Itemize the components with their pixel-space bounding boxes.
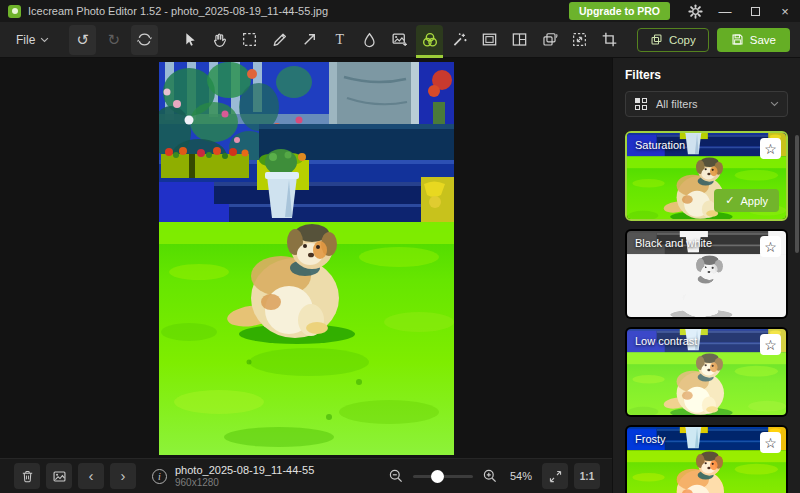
text-tool[interactable]: T (326, 25, 353, 55)
photo-canvas[interactable] (159, 62, 454, 455)
sidebar-scrollbar[interactable] (795, 135, 799, 253)
zoom-slider-handle[interactable] (431, 470, 444, 483)
filter-list: Saturation ☆ ✓Apply (625, 131, 788, 493)
marquee-icon (241, 31, 258, 48)
collage-icon (511, 31, 528, 48)
app-logo-icon (8, 5, 21, 18)
next-photo-button[interactable]: › (110, 463, 136, 489)
dropdown-value: All filters (656, 98, 698, 110)
redo-button[interactable]: ↻ (100, 25, 127, 55)
filters-heading: Filters (625, 68, 788, 82)
close-button[interactable]: × (770, 0, 800, 22)
maximize-button[interactable] (740, 0, 770, 22)
pencil-icon (271, 31, 288, 48)
upgrade-to-pro-button[interactable]: Upgrade to PRO (569, 2, 670, 20)
undo-button[interactable]: ↺ (69, 25, 96, 55)
pencil-tool[interactable] (266, 25, 293, 55)
image-add-icon (391, 31, 408, 48)
filter-card[interactable]: Black and white ☆ (625, 229, 788, 319)
window-title: Icecream Photo Editor 1.52 - photo_2025-… (28, 5, 328, 17)
arrow-icon (301, 31, 318, 48)
chevron-down-icon (40, 37, 49, 43)
hand-icon (211, 31, 228, 48)
previous-photo-button[interactable]: ‹ (78, 463, 104, 489)
all-filters-dropdown[interactable]: All filters (625, 91, 788, 117)
filters-icon (421, 31, 439, 49)
favorite-star-button[interactable]: ☆ (760, 432, 781, 453)
trash-icon (20, 469, 35, 484)
statusbar: ‹ › i photo_2025-08-19_11-44-55 960x1280 (0, 458, 612, 493)
crop-icon (601, 31, 618, 48)
arrow-tool[interactable] (296, 25, 323, 55)
filter-card[interactable]: Low contrast ☆ (625, 327, 788, 417)
apply-filter-button[interactable]: ✓Apply (714, 189, 779, 212)
actual-size-button[interactable]: 1:1 (574, 463, 600, 489)
resize-tool[interactable] (566, 25, 593, 55)
expand-icon (548, 469, 563, 484)
gallery-button[interactable] (46, 463, 72, 489)
save-button-label: Save (750, 34, 776, 46)
gallery-icon (52, 469, 67, 484)
select-tool[interactable] (176, 25, 203, 55)
marquee-select-tool[interactable] (236, 25, 263, 55)
current-filename: photo_2025-08-19_11-44-55 (175, 464, 314, 477)
chevron-down-icon (770, 101, 779, 107)
settings-gear-icon[interactable] (680, 0, 710, 22)
fit-to-screen-button[interactable] (542, 463, 568, 489)
zoom-slider[interactable] (413, 475, 473, 478)
maximize-icon (751, 7, 760, 16)
file-menu-label: File (16, 33, 35, 47)
insert-image-tool[interactable] (386, 25, 413, 55)
filter-name: Black and white (635, 237, 712, 249)
hand-tool[interactable] (206, 25, 233, 55)
canvas-area (0, 58, 612, 458)
blur-tool[interactable] (356, 25, 383, 55)
frame-icon (481, 31, 498, 48)
filters-panel: Filters All filters (612, 58, 800, 493)
image-dimensions: 960x1280 (175, 477, 314, 489)
redo-icon: ↻ (108, 32, 121, 47)
copy-icon (650, 33, 663, 46)
magic-wand-icon (451, 31, 468, 48)
zoom-level: 54% (510, 470, 532, 482)
rotate-button[interactable] (131, 25, 158, 55)
filter-name: Saturation (635, 139, 685, 151)
filters-tool[interactable] (416, 25, 443, 55)
duplicate-tool[interactable] (536, 25, 563, 55)
filter-name: Low contrast (635, 335, 697, 347)
file-menu[interactable]: File (10, 29, 55, 51)
chevron-left-icon: ‹ (89, 467, 94, 486)
zoom-out-button[interactable] (388, 468, 404, 484)
delete-photo-button[interactable] (14, 463, 40, 489)
collage-tool[interactable] (506, 25, 533, 55)
filter-card[interactable]: Saturation ☆ ✓Apply (625, 131, 788, 221)
save-button[interactable]: Save (717, 28, 790, 52)
frame-tool[interactable] (476, 25, 503, 55)
filter-card[interactable]: Frosty ☆ (625, 425, 788, 493)
info-icon[interactable]: i (152, 469, 167, 484)
toolbar: File ↺ ↻ T (0, 22, 800, 58)
resize-icon (571, 31, 588, 48)
favorite-star-button[interactable]: ☆ (760, 236, 781, 257)
copy-button[interactable]: Copy (637, 28, 709, 52)
crop-tool[interactable] (596, 25, 623, 55)
chevron-right-icon: › (121, 467, 126, 486)
titlebar: Icecream Photo Editor 1.52 - photo_2025-… (0, 0, 800, 22)
app-window: Icecream Photo Editor 1.52 - photo_2025-… (0, 0, 800, 493)
cursor-icon (181, 31, 198, 48)
favorite-star-button[interactable]: ☆ (760, 138, 781, 159)
text-icon: T (336, 32, 345, 48)
zoom-in-button[interactable] (482, 468, 498, 484)
duplicate-icon (541, 31, 558, 48)
grid-icon (634, 97, 648, 111)
copy-button-label: Copy (669, 34, 696, 46)
filter-name: Frosty (635, 433, 666, 445)
zoom-out-icon (388, 468, 404, 484)
rotate-icon (136, 31, 153, 48)
minimize-button[interactable]: — (710, 0, 740, 22)
save-icon (731, 33, 744, 46)
zoom-in-icon (482, 468, 498, 484)
favorite-star-button[interactable]: ☆ (760, 334, 781, 355)
droplet-icon (361, 31, 378, 48)
magic-wand-tool[interactable] (446, 25, 473, 55)
